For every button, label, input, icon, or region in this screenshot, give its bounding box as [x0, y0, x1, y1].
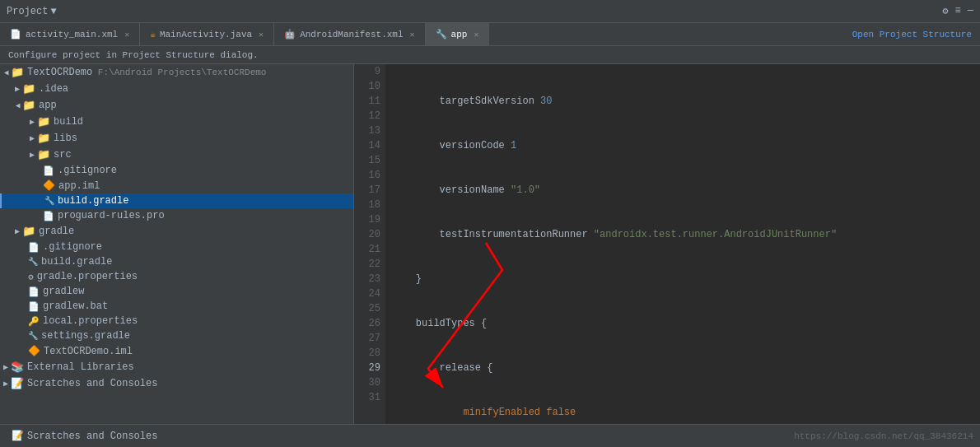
bottom-bar: 📝 Scratches and Consoles https://blog.cs… [0, 424, 980, 447]
tab-android-manifest[interactable]: 🤖 AndroidManifest.xml ✕ [274, 23, 425, 45]
tab-close-icon[interactable]: ✕ [410, 30, 415, 40]
folder-icon: 📁 [22, 82, 35, 95]
project-label: Project [7, 6, 48, 17]
sidebar-item-gradlew[interactable]: 📄 gradlew [0, 284, 353, 299]
sidebar-item-local-properties[interactable]: 🔑 local.properties [0, 314, 353, 328]
sidebar-item-textocrdemo-iml[interactable]: 🔶 TextOCRDemo.iml [0, 343, 353, 359]
top-bar: Project ▼ ⚙ ≡ — [0, 0, 980, 23]
tab-bar: 📄 activity_main.xml ✕ ☕ MainActivity.jav… [0, 23, 980, 46]
settings-icon[interactable]: ⚙ [942, 5, 948, 17]
code-line: versionCode 1 [392, 138, 973, 153]
item-label: build [54, 116, 83, 128]
java-icon: ☕ [150, 29, 156, 40]
expand-icon: ▶ [30, 133, 35, 143]
gradle-icon: 🔧 [28, 331, 38, 341]
expand-arrow-icon: ▼ [2, 70, 11, 75]
sidebar-item-settings-gradle[interactable]: 🔧 settings.gradle [0, 328, 353, 343]
sidebar-item-external-libraries[interactable]: ▶ 📚 External Libraries [0, 359, 353, 375]
expand-icon: ▶ [15, 84, 20, 94]
scratches-label: Scratches and Consoles [27, 431, 157, 442]
tab-activity-main[interactable]: 📄 activity_main.xml ✕ [0, 23, 140, 45]
project-dropdown[interactable]: Project ▼ [7, 6, 57, 17]
item-label: gradlew [43, 286, 84, 297]
open-project-structure-link[interactable]: Open Project Structure [844, 23, 980, 45]
item-label: External Libraries [27, 361, 134, 373]
iml-icon: 🔶 [43, 179, 55, 192]
code-area[interactable]: 9 10 11 12 13 14 15 16 17 18 19 20 21 22… [354, 64, 980, 424]
sidebar-item-gitignore-app[interactable]: 📄 .gitignore [0, 163, 353, 178]
gradle-icon: 🔧 [28, 257, 38, 267]
code-line: buildTypes { [392, 316, 973, 331]
sidebar-item-build-gradle-root[interactable]: 🔧 build.gradle [0, 254, 353, 269]
file-icon: 📄 [28, 286, 40, 297]
folder-icon: 📁 [37, 148, 50, 161]
file-icon: 📄 [28, 242, 40, 253]
code-line: } [392, 272, 973, 286]
tab-close-icon[interactable]: ✕ [124, 30, 129, 40]
minimize-icon[interactable]: — [968, 5, 973, 17]
sidebar: ▼ 📁 TextOCRDemo F:\Android Projects\Text… [0, 64, 354, 424]
scratches-bottom-item[interactable]: 📝 Scratches and Consoles [7, 428, 162, 444]
tab-close-icon[interactable]: ✕ [474, 30, 478, 40]
sidebar-item-gradle-properties[interactable]: ⚙ gradle.properties [0, 269, 353, 284]
scratches-folder-icon: 📝 [12, 430, 24, 442]
sidebar-item-idea[interactable]: ▶ 📁 .idea [0, 81, 353, 97]
sidebar-item-build-gradle-app[interactable]: 🔧 build.gradle [0, 193, 353, 208]
sidebar-item-gradle-root[interactable]: ▶ 📁 gradle [0, 223, 353, 240]
project-folder-icon: 📁 [11, 66, 24, 79]
gradle-tab-icon: 🔧 [436, 29, 447, 40]
code-line: versionName "1.0" [392, 183, 973, 198]
tab-close-icon[interactable]: ✕ [259, 30, 264, 40]
tab-label: MainActivity.java [160, 30, 252, 40]
main-content: ▼ 📁 TextOCRDemo F:\Android Projects\Text… [0, 64, 980, 424]
editor: 9 10 11 12 13 14 15 16 17 18 19 20 21 22… [354, 64, 980, 424]
sidebar-item-app-iml[interactable]: 🔶 app.iml [0, 178, 353, 193]
item-label: proguard-rules.pro [58, 210, 165, 221]
item-label: app [39, 100, 57, 111]
tab-label: app [451, 30, 468, 40]
sidebar-item-libs[interactable]: ▶ 📁 libs [0, 130, 353, 147]
tab-label: activity_main.xml [26, 30, 118, 40]
file-icon: 📄 [43, 211, 54, 221]
item-label: .gitignore [58, 165, 117, 176]
sidebar-item-gradlew-bat[interactable]: 📄 gradlew.bat [0, 299, 353, 314]
code-line: release { [392, 361, 973, 375]
top-bar-icons: ⚙ ≡ — [942, 5, 973, 17]
item-label: build.gradle [58, 195, 128, 207]
sidebar-item-gitignore-root[interactable]: 📄 .gitignore [0, 240, 353, 254]
file-icon: ⚙ [28, 272, 34, 282]
project-root[interactable]: ▼ 📁 TextOCRDemo F:\Android Projects\Text… [0, 64, 353, 81]
project-path: F:\Android Projects\TextOCRDemo [92, 68, 266, 77]
item-label: app.iml [58, 180, 100, 192]
code-content[interactable]: targetSdkVersion 30 versionCode 1 versio… [385, 64, 980, 424]
folder-icon: 📁 [37, 115, 50, 128]
item-label: gradlew.bat [43, 300, 108, 312]
file-icon: 📄 [28, 301, 40, 312]
item-label: libs [54, 133, 77, 144]
manifest-icon: 🤖 [284, 29, 296, 40]
xml-icon: 📄 [10, 29, 21, 40]
menu-icon[interactable]: ≡ [955, 5, 961, 17]
file-icon: 📄 [43, 165, 54, 176]
sidebar-item-app[interactable]: ▼ 📁 app [0, 97, 353, 114]
sidebar-item-build[interactable]: ▶ 📁 build [0, 114, 353, 130]
item-label: gradle [39, 226, 74, 237]
sidebar-item-scratches[interactable]: ▶ 📝 Scratches and Consoles [0, 375, 353, 392]
tab-label: AndroidManifest.xml [300, 30, 403, 40]
tab-main-activity[interactable]: ☕ MainActivity.java ✕ [140, 23, 274, 45]
watermark: https://blog.csdn.net/qq_38436214 [794, 431, 973, 441]
file-icon: 🔑 [28, 316, 40, 327]
item-label: settings.gradle [41, 330, 130, 342]
notification-bar: Configure project in Project Structure d… [0, 46, 980, 64]
expand-icon: ▶ [15, 226, 20, 236]
item-label: Scratches and Consoles [27, 378, 157, 389]
item-label: .gitignore [43, 241, 102, 253]
sidebar-item-proguard[interactable]: 📄 proguard-rules.pro [0, 208, 353, 223]
iml-icon: 🔶 [28, 345, 40, 357]
tab-app[interactable]: 🔧 app ✕ [426, 23, 490, 45]
expand-icon: ▼ [13, 103, 22, 108]
notification-text: Configure project in Project Structure d… [8, 50, 259, 60]
line-numbers: 9 10 11 12 13 14 15 16 17 18 19 20 21 22… [354, 64, 385, 424]
sidebar-item-src[interactable]: ▶ 📁 src [0, 147, 353, 163]
item-label: src [54, 149, 72, 161]
